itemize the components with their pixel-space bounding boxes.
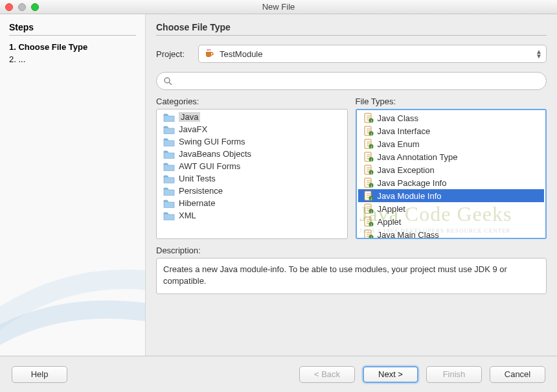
filetypes-label: File Types:	[356, 97, 547, 106]
filter-input[interactable]	[176, 76, 540, 86]
filter-row	[156, 72, 547, 90]
step-item-1: Choose File Type	[9, 42, 136, 52]
folder-icon	[163, 125, 175, 134]
categories-list[interactable]: JavaJavaFXSwing GUI FormsJavaBeans Objec…	[156, 109, 348, 239]
category-item-label: JavaFX	[179, 124, 207, 134]
category-item-label: AWT GUI Forms	[179, 161, 240, 171]
filetype-item-label: Java Module Info	[378, 191, 442, 201]
footer: Help < Back Next > Finish Cancel	[0, 356, 557, 392]
filetype-item-label: Java Package Info	[378, 178, 447, 188]
java-file-icon: J	[363, 139, 374, 149]
filter-field[interactable]	[156, 72, 547, 90]
folder-icon	[163, 199, 175, 208]
wizard-main: Choose File Type Project: TestModule ▲▼	[146, 14, 557, 356]
project-row: Project: TestModule ▲▼	[156, 45, 547, 63]
java-file-icon: J	[363, 190, 374, 201]
steps-divider	[9, 35, 136, 36]
search-icon	[163, 76, 172, 86]
filetype-item-label: Java Main Class	[378, 230, 439, 240]
coffee-cup-icon	[204, 49, 214, 59]
combo-arrows-icon: ▲▼	[536, 49, 542, 58]
category-item-label: Unit Tests	[179, 174, 216, 183]
project-selected: TestModule	[220, 49, 262, 59]
filetype-item-label: Java Annotation Type	[378, 152, 458, 162]
folder-icon	[163, 137, 175, 146]
java-file-icon: J	[363, 152, 374, 162]
category-item-label: JavaBeans Objects	[179, 149, 251, 159]
filetype-item[interactable]: JApplet	[358, 215, 545, 228]
category-item[interactable]: XML	[158, 209, 346, 222]
steps-heading: Steps	[9, 22, 136, 32]
category-item[interactable]: Hibernate	[158, 197, 346, 209]
java-file-icon: J	[363, 229, 374, 239]
filetype-item[interactable]: JJava Enum	[358, 137, 545, 150]
categories-label: Categories:	[156, 97, 348, 106]
description-box: Creates a new Java module-info. To be ab…	[156, 258, 547, 294]
category-item-label: Hibernate	[179, 198, 215, 208]
filetype-item-label: Java Class	[378, 113, 419, 123]
window-title: New File	[0, 2, 557, 12]
category-item[interactable]: Persistence	[158, 185, 346, 197]
filetype-item-label: Java Enum	[378, 139, 420, 149]
back-button[interactable]: < Back	[299, 366, 355, 383]
filetype-item[interactable]: JJava Interface	[358, 124, 545, 137]
filetype-item[interactable]: JJava Annotation Type	[358, 150, 545, 163]
cancel-button[interactable]: Cancel	[490, 366, 545, 383]
page-divider	[156, 35, 547, 36]
java-file-icon: J	[363, 203, 374, 214]
java-file-icon: J	[363, 165, 374, 175]
category-item[interactable]: JavaBeans Objects	[158, 148, 346, 160]
category-item-label: Java	[179, 112, 200, 122]
filetypes-list[interactable]: JJava ClassJJava InterfaceJJava EnumJJav…	[356, 109, 547, 239]
filetype-item-label: Applet	[378, 217, 402, 227]
filetypes-column: File Types: JJava ClassJJava InterfaceJJ…	[356, 97, 547, 239]
category-item[interactable]: AWT GUI Forms	[158, 160, 346, 172]
project-combo[interactable]: TestModule ▲▼	[198, 45, 547, 63]
folder-icon	[163, 187, 175, 196]
folder-icon	[163, 113, 175, 122]
help-button[interactable]: Help	[12, 366, 67, 383]
filetype-item-label: Java Exception	[378, 165, 435, 175]
description-label: Description:	[156, 246, 547, 255]
dialog-body: Steps Choose File Type ... Choose File T…	[0, 14, 557, 356]
folder-icon	[163, 174, 175, 183]
folder-icon	[163, 162, 175, 171]
wizard-sidebar: Steps Choose File Type ...	[0, 14, 146, 356]
lists-row: Categories: JavaJavaFXSwing GUI FormsJav…	[156, 97, 547, 239]
page-title: Choose File Type	[156, 22, 547, 32]
filetype-item[interactable]: JJava Package Info	[358, 176, 545, 189]
filetype-item[interactable]: JJava Exception	[358, 163, 545, 176]
java-file-icon: J	[363, 126, 374, 136]
finish-button[interactable]: Finish	[426, 366, 482, 383]
category-item-label: XML	[179, 211, 196, 220]
filetype-item[interactable]: JJApplet	[358, 202, 545, 215]
filetype-item-label: Java Interface	[378, 126, 431, 136]
steps-list: Choose File Type ...	[9, 42, 136, 67]
folder-icon	[163, 211, 175, 220]
step-item-2: ...	[9, 54, 136, 64]
category-item-label: Swing GUI Forms	[179, 137, 245, 146]
category-item[interactable]: Java	[158, 111, 346, 123]
category-item[interactable]: Swing GUI Forms	[158, 135, 346, 148]
filetype-item[interactable]: JJava Module Info	[358, 189, 545, 202]
folder-icon	[163, 150, 175, 159]
titlebar: New File	[0, 0, 557, 14]
categories-column: Categories: JavaJavaFXSwing GUI FormsJav…	[156, 97, 348, 239]
next-button[interactable]: Next >	[363, 366, 418, 383]
svg-point-0	[165, 78, 170, 83]
category-item[interactable]: JavaFX	[158, 123, 346, 135]
java-file-icon: J	[363, 113, 374, 123]
sidebar-decoration	[0, 213, 146, 356]
project-label: Project:	[156, 49, 192, 59]
filetype-item[interactable]: JJava Class	[358, 111, 545, 124]
java-file-icon: J	[363, 178, 374, 188]
description-text: Creates a new Java module-info. To be ab…	[163, 264, 507, 286]
category-item-label: Persistence	[179, 186, 223, 196]
category-item[interactable]: Unit Tests	[158, 172, 346, 185]
new-file-dialog: New File Steps Choose File Type ... Choo…	[0, 0, 557, 392]
filetype-item[interactable]: JJava Main Class	[358, 228, 545, 239]
java-file-icon: J	[363, 216, 374, 227]
svg-line-1	[169, 82, 172, 85]
filetype-item-label: JApplet	[378, 204, 405, 214]
